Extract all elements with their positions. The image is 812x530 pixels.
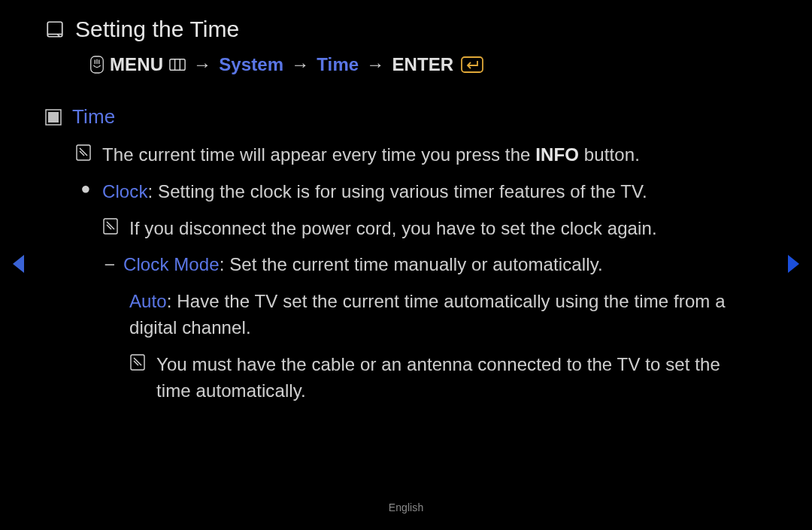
nav-system: System bbox=[219, 54, 283, 75]
auto-row: Auto: Have the TV set the current time a… bbox=[129, 289, 767, 341]
auto-note-row: You must have the cable or an antenna co… bbox=[129, 352, 767, 404]
clock-row: ● Clock: Setting the clock is for using … bbox=[75, 179, 767, 205]
clock-mode-row: – Clock Mode: Set the current time manua… bbox=[102, 252, 767, 278]
arrow-icon: → bbox=[190, 54, 214, 75]
breadcrumb: MENU → System → Time → ENTER bbox=[89, 54, 767, 75]
note-info-bold: INFO bbox=[535, 144, 579, 165]
clock-note-row: If you disconnect the power cord, you ha… bbox=[102, 216, 767, 242]
manual-page: Setting the Time MENU → System → Time → … bbox=[0, 0, 812, 530]
clock-mode-desc: : Set the current time manually or autom… bbox=[220, 254, 603, 274]
clock-mode-label: Clock Mode bbox=[123, 254, 220, 274]
page-title-row: Setting the Time bbox=[45, 17, 767, 42]
auto-text: Auto: Have the TV set the current time a… bbox=[129, 289, 767, 341]
svg-marker-20 bbox=[788, 255, 799, 273]
svg-marker-19 bbox=[13, 255, 24, 273]
auto-label: Auto bbox=[129, 291, 167, 311]
note-info-text: The current time will appear every time … bbox=[102, 142, 767, 168]
svg-rect-13 bbox=[104, 219, 117, 234]
svg-rect-4 bbox=[170, 59, 185, 71]
prev-page-button[interactable] bbox=[11, 253, 27, 277]
enter-icon bbox=[461, 56, 483, 73]
arrow-icon: → bbox=[363, 54, 387, 75]
svg-rect-10 bbox=[77, 145, 90, 160]
arrow-icon: → bbox=[288, 54, 312, 75]
next-page-button[interactable] bbox=[785, 253, 801, 277]
note-icon bbox=[102, 217, 123, 235]
note-info-row: The current time will appear every time … bbox=[75, 142, 767, 168]
auto-desc: : Have the TV set the current time autom… bbox=[129, 291, 726, 338]
book-icon bbox=[45, 20, 65, 39]
clock-mode-text: Clock Mode: Set the current time manuall… bbox=[123, 252, 767, 278]
section-header: Time bbox=[45, 105, 767, 129]
clock-note-text: If you disconnect the power cord, you ha… bbox=[129, 216, 767, 242]
svg-rect-16 bbox=[131, 355, 144, 370]
svg-rect-7 bbox=[462, 57, 483, 72]
clock-label: Clock bbox=[102, 181, 148, 201]
section-body: The current time will appear every time … bbox=[75, 142, 767, 404]
note-icon bbox=[129, 353, 150, 371]
section-time: Time The current time will appear every … bbox=[45, 105, 767, 404]
bullet-icon: ● bbox=[75, 179, 96, 198]
auto-note-text: You must have the cable or an antenna co… bbox=[156, 352, 767, 404]
menu-grid-icon bbox=[169, 58, 186, 71]
dash-icon: – bbox=[102, 252, 117, 276]
nav-menu-label: MENU bbox=[110, 54, 163, 75]
hand-icon bbox=[89, 55, 105, 74]
nav-enter-label: ENTER bbox=[392, 54, 453, 75]
note-icon bbox=[75, 144, 96, 162]
clock-desc: : Setting the clock is for using various… bbox=[148, 181, 647, 201]
footer-language: English bbox=[0, 501, 812, 513]
page-title: Setting the Time bbox=[75, 17, 239, 42]
svg-rect-3 bbox=[91, 56, 104, 73]
note-info-pre: The current time will appear every time … bbox=[102, 144, 535, 165]
clock-text: Clock: Setting the clock is for using va… bbox=[102, 179, 767, 205]
note-info-post: button. bbox=[579, 144, 640, 165]
section-heading: Time bbox=[72, 105, 115, 129]
square-bullet-icon bbox=[45, 109, 62, 126]
svg-rect-9 bbox=[48, 112, 59, 123]
nav-time: Time bbox=[317, 54, 359, 75]
